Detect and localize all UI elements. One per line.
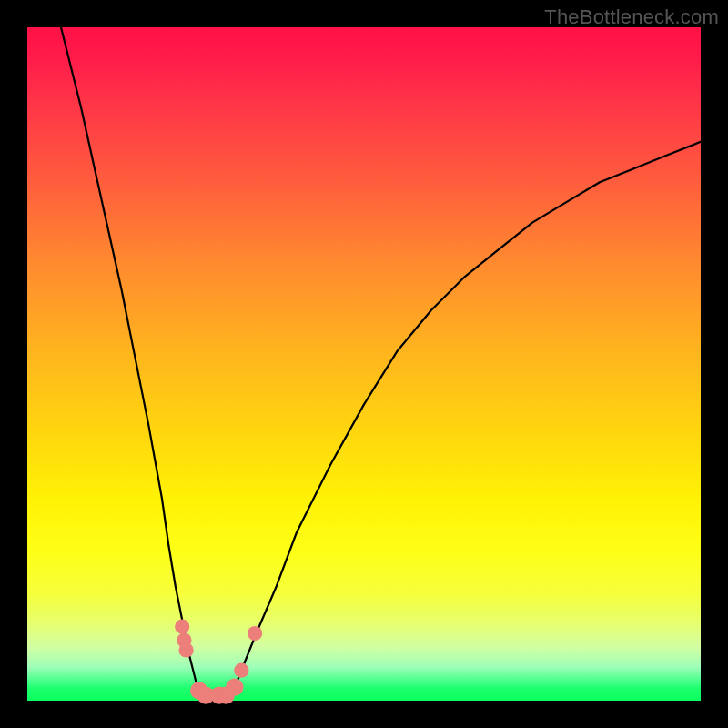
marker-point (234, 663, 248, 678)
chart-frame: TheBottleneck.com (0, 0, 728, 728)
plot-area (27, 27, 701, 701)
watermark-text: TheBottleneck.com (544, 5, 719, 29)
chart-svg (27, 27, 701, 701)
marker-point (179, 642, 194, 657)
marker-point (175, 620, 189, 634)
marker-point (248, 626, 262, 641)
series-right-branch (229, 142, 701, 701)
curve-group (61, 27, 701, 701)
marker-point (226, 679, 243, 696)
series-left-branch (61, 27, 202, 701)
marker-group (175, 620, 262, 704)
